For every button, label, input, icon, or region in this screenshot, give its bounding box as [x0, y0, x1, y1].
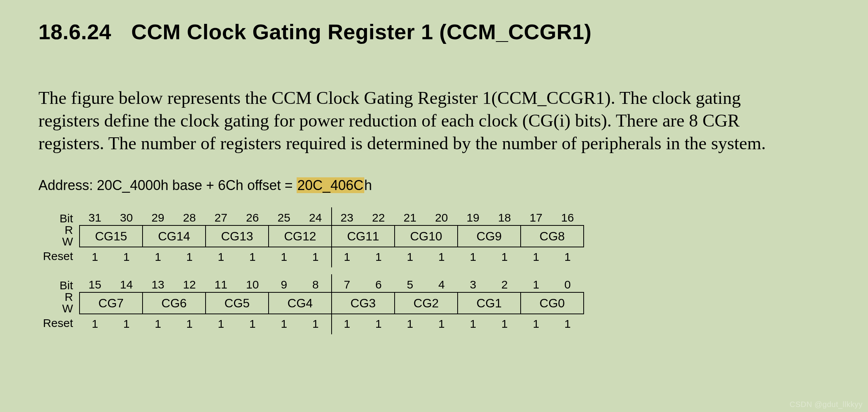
reset-value: 1: [237, 250, 268, 264]
reset-value: 1: [174, 250, 205, 264]
label-bit: Bit: [60, 277, 73, 291]
label-w: W: [62, 236, 73, 247]
row-labels: Bit R W Reset: [38, 210, 79, 265]
reset-value: 1: [363, 250, 394, 264]
reset-value: 1: [363, 317, 394, 330]
bit-number: 16: [552, 211, 583, 224]
reset-value: 1: [79, 250, 111, 264]
bit-number: 10: [237, 278, 268, 291]
reset-value: 1: [268, 250, 300, 264]
field-cell: CG2: [395, 293, 458, 314]
bit-number: 2: [489, 278, 520, 291]
reset-value: 1: [394, 317, 426, 330]
bit-number: 27: [205, 211, 237, 224]
bit-number: 23: [331, 211, 363, 224]
field-cell: CG9: [458, 226, 521, 247]
bit-number: 7: [331, 278, 363, 291]
reset-value: 1: [79, 317, 111, 330]
field-cell: CG13: [206, 226, 269, 247]
register-grid: 31 30 29 28 27 26 25 24 23 22 21 20 19 1…: [79, 210, 584, 265]
reset-value: 1: [268, 317, 300, 330]
bit-number: 15: [79, 278, 111, 291]
field-cell: CG0: [521, 293, 584, 314]
field-cell: CG3: [332, 293, 395, 314]
reset-value: 1: [489, 317, 520, 330]
reset-value: 1: [426, 250, 457, 264]
field-cell: CG6: [143, 293, 206, 314]
bit-number: 1: [520, 278, 552, 291]
address-value-highlight: 20C_406C: [297, 177, 364, 193]
section-title: CCM Clock Gating Register 1 (CCM_CCGR1): [131, 20, 592, 44]
bit-number: 12: [174, 278, 205, 291]
reset-value: 1: [331, 317, 363, 330]
reset-value: 1: [111, 250, 142, 264]
field-cell: CG14: [143, 226, 206, 247]
reset-value: 1: [142, 250, 174, 264]
field-cell: CG7: [80, 293, 143, 314]
field-cell: CG1: [458, 293, 521, 314]
reset-value: 1: [457, 250, 489, 264]
reset-value: 1: [300, 317, 331, 330]
field-cells: CG15 CG14 CG13 CG12 CG11 CG10 CG9 CG8: [79, 225, 584, 247]
reset-values: 1 1 1 1 1 1 1 1 1 1 1 1 1 1 1 1: [79, 316, 584, 332]
bit-number: 29: [142, 211, 174, 224]
label-r: R: [65, 292, 73, 303]
reset-value: 1: [205, 317, 237, 330]
reset-value: 1: [237, 317, 268, 330]
reset-value: 1: [457, 317, 489, 330]
reset-value: 1: [111, 317, 142, 330]
page: 18.6.24 CCM Clock Gating Register 1 (CCM…: [0, 0, 868, 412]
label-w: W: [62, 303, 73, 314]
bit-number: 19: [457, 211, 489, 224]
register-row-low: Bit R W Reset 15 14 13 12 11 10 9 8 7 6 …: [38, 277, 830, 332]
label-bit: Bit: [60, 210, 73, 224]
field-cell: CG12: [269, 226, 332, 247]
reset-value: 1: [205, 250, 237, 264]
bit-number: 5: [394, 278, 426, 291]
bit-numbers: 31 30 29 28 27 26 25 24 23 22 21 20 19 1…: [79, 210, 584, 224]
bit-number: 13: [142, 278, 174, 291]
bit-number: 22: [363, 211, 394, 224]
reset-value: 1: [520, 250, 552, 264]
row-labels: Bit R W Reset: [38, 277, 79, 332]
field-cell: CG10: [395, 226, 458, 247]
reset-value: 1: [331, 250, 363, 264]
section-number: 18.6.24: [38, 20, 111, 44]
address-suffix: h: [364, 177, 372, 193]
bit-number: 20: [426, 211, 457, 224]
address-prefix: Address: 20C_4000h base + 6Ch offset =: [38, 177, 297, 193]
label-r: R: [65, 225, 73, 236]
reset-value: 1: [520, 317, 552, 330]
bit-number: 21: [394, 211, 426, 224]
register-grid: 15 14 13 12 11 10 9 8 7 6 5 4 3 2 1 0 CG…: [79, 277, 584, 332]
register-row-high: Bit R W Reset 31 30 29 28 27 26 25 24 23…: [38, 210, 830, 265]
bit-number: 17: [520, 211, 552, 224]
description-paragraph: The figure below represents the CCM Cloc…: [38, 87, 799, 154]
section-heading: 18.6.24 CCM Clock Gating Register 1 (CCM…: [38, 19, 830, 44]
reset-value: 1: [174, 317, 205, 330]
label-reset: Reset: [43, 248, 73, 264]
reset-value: 1: [394, 250, 426, 264]
reset-value: 1: [489, 250, 520, 264]
bit-number: 9: [268, 278, 300, 291]
reset-values: 1 1 1 1 1 1 1 1 1 1 1 1 1 1 1 1: [79, 249, 584, 265]
bit-number: 30: [111, 211, 142, 224]
label-reset: Reset: [43, 315, 73, 331]
bit-number: 26: [237, 211, 268, 224]
field-cells: CG7 CG6 CG5 CG4 CG3 CG2 CG1 CG0: [79, 292, 584, 314]
field-cell: CG5: [206, 293, 269, 314]
watermark: CSDN @gdut_llkkyy: [790, 400, 863, 409]
bit-number: 31: [79, 211, 111, 224]
bit-number: 0: [552, 278, 583, 291]
bit-number: 6: [363, 278, 394, 291]
reset-value: 1: [552, 317, 583, 330]
address-line: Address: 20C_4000h base + 6Ch offset = 2…: [38, 177, 830, 193]
reset-value: 1: [552, 250, 583, 264]
reset-value: 1: [142, 317, 174, 330]
bit-number: 24: [300, 211, 331, 224]
bit-number: 18: [489, 211, 520, 224]
bit-number: 4: [426, 278, 457, 291]
bit-number: 11: [205, 278, 237, 291]
bit-number: 8: [300, 278, 331, 291]
field-cell: CG4: [269, 293, 332, 314]
